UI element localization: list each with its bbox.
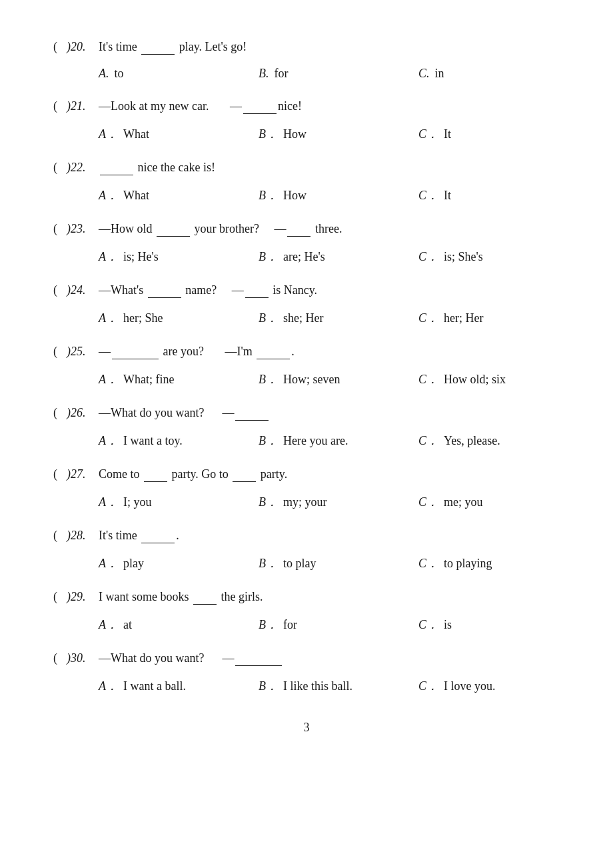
option-text-30-c: I love you.	[444, 679, 495, 693]
option-25-a: A． What; fine	[99, 371, 259, 387]
option-text-27-b: my; your	[283, 495, 327, 509]
paren-29: (	[53, 590, 67, 604]
option-label-25-b: B．	[259, 371, 278, 387]
question-number-28: )28.	[67, 529, 99, 543]
question-block-24: ( )24. —What's name? — is Nancy. A． her;…	[53, 283, 560, 326]
question-number-26: )26.	[67, 406, 99, 420]
option-22-a: A． What	[99, 187, 259, 203]
question-line-26: ( )26. —What do you want? —	[53, 406, 560, 421]
option-21-a: A． What	[99, 126, 259, 142]
blank-24b	[245, 283, 269, 298]
blank-20	[141, 40, 175, 55]
paren-23: (	[53, 222, 67, 236]
option-label-23-c: C．	[418, 249, 438, 265]
option-label-25-c: C．	[418, 371, 438, 387]
option-28-b: B． to play	[259, 555, 418, 571]
page-number: 3	[53, 721, 560, 735]
option-label-29-b: B．	[259, 617, 278, 633]
option-label-20-c: C.	[418, 67, 430, 81]
options-line-23: A． is; He's B． are; He's C． is; She's	[53, 249, 560, 265]
option-30-a: A． I want a ball.	[99, 678, 259, 694]
option-28-a: A． play	[99, 555, 259, 571]
option-29-c: C． is	[418, 617, 452, 633]
option-text-25-b: How; seven	[283, 373, 340, 387]
options-line-28: A． play B． to play C． to playing	[53, 555, 560, 571]
option-20-c: C. in	[418, 67, 444, 81]
question-line-20: ( )20. It's time play. Let's go!	[53, 40, 560, 55]
question-text-25: — are you? —I'm .	[99, 345, 560, 359]
question-number-29: )29.	[67, 590, 99, 604]
options-line-21: A． What B． How C． It	[53, 126, 560, 142]
question-line-23: ( )23. —How old your brother? — three.	[53, 222, 560, 237]
paren-26: (	[53, 406, 67, 420]
question-text-20: It's time play. Let's go!	[99, 40, 560, 55]
option-29-b: B． for	[259, 617, 418, 633]
option-label-29-c: C．	[418, 617, 438, 633]
question-line-22: ( )22. nice the cake is!	[53, 161, 560, 175]
option-25-c: C． How old; six	[418, 371, 506, 387]
options-line-29: A． at B． for C． is	[53, 617, 560, 633]
question-text-28: It's time .	[99, 529, 560, 543]
option-text-20-c: in	[435, 67, 444, 81]
paren-24: (	[53, 283, 67, 297]
question-block-29: ( )29. I want some books the girls. A． a…	[53, 590, 560, 633]
option-27-a: A． I; you	[99, 494, 259, 510]
question-number-30: )30.	[67, 651, 99, 665]
question-line-29: ( )29. I want some books the girls.	[53, 590, 560, 605]
option-label-22-a: A．	[99, 187, 118, 203]
blank-29	[193, 590, 217, 605]
option-text-22-c: It	[444, 189, 451, 203]
question-line-27: ( )27. Come to party. Go to party.	[53, 467, 560, 482]
question-text-29: I want some books the girls.	[99, 590, 560, 605]
option-text-20-b: for	[275, 67, 289, 81]
question-line-21: ( )21. —Look at my new car. — nice!	[53, 99, 560, 114]
question-line-30: ( )30. —What do you want? —	[53, 651, 560, 666]
option-text-29-c: is	[444, 618, 452, 632]
question-block-25: ( )25. — are you? —I'm . A． What; fine B…	[53, 345, 560, 387]
option-27-c: C． me; you	[418, 494, 483, 510]
question-number-25: )25.	[67, 345, 99, 359]
option-label-20-a: A.	[99, 67, 109, 81]
option-text-28-c: to playing	[444, 557, 492, 571]
option-text-29-b: for	[283, 618, 297, 632]
option-text-23-b: are; He's	[283, 250, 325, 264]
option-22-b: B． How	[259, 187, 418, 203]
question-block-28: ( )28. It's time . A． play B． to play C．…	[53, 529, 560, 571]
option-text-30-b: I like this ball.	[283, 679, 352, 693]
option-label-30-b: B．	[259, 678, 278, 694]
question-line-28: ( )28. It's time .	[53, 529, 560, 543]
question-number-24: )24.	[67, 283, 99, 297]
option-text-26-a: I want a toy.	[123, 434, 183, 448]
blank-25a	[112, 345, 159, 359]
blank-23a	[157, 222, 190, 237]
option-24-b: B． she; Her	[259, 310, 418, 326]
option-21-b: B． How	[259, 126, 418, 142]
blank-30	[235, 651, 282, 666]
option-text-25-c: How old; six	[444, 373, 506, 387]
question-block-26: ( )26. —What do you want? — A． I want a …	[53, 406, 560, 449]
options-line-24: A． her; She B． she; Her C． her; Her	[53, 310, 560, 326]
option-30-c: C． I love you.	[418, 678, 496, 694]
option-text-28-a: play	[123, 557, 144, 571]
option-text-29-a: at	[123, 618, 132, 632]
option-label-29-a: A．	[99, 617, 118, 633]
option-label-30-a: A．	[99, 678, 118, 694]
option-text-24-b: she; Her	[283, 311, 323, 325]
option-label-24-b: B．	[259, 310, 278, 326]
paren-20: (	[53, 40, 67, 54]
option-text-26-c: Yes, please.	[444, 434, 500, 448]
option-23-b: B． are; He's	[259, 249, 418, 265]
option-text-23-a: is; He's	[123, 250, 159, 264]
option-label-22-b: B．	[259, 187, 278, 203]
option-label-23-a: A．	[99, 249, 118, 265]
blank-27a	[144, 467, 167, 482]
option-30-b: B． I like this ball.	[259, 678, 418, 694]
option-label-20-b: B.	[259, 67, 269, 81]
option-label-27-b: B．	[259, 494, 278, 510]
option-26-a: A． I want a toy.	[99, 433, 259, 449]
paren-22: (	[53, 161, 67, 175]
blank-22	[100, 161, 133, 175]
option-24-a: A． her; She	[99, 310, 259, 326]
option-26-b: B． Here you are.	[259, 433, 418, 449]
question-line-25: ( )25. — are you? —I'm .	[53, 345, 560, 359]
